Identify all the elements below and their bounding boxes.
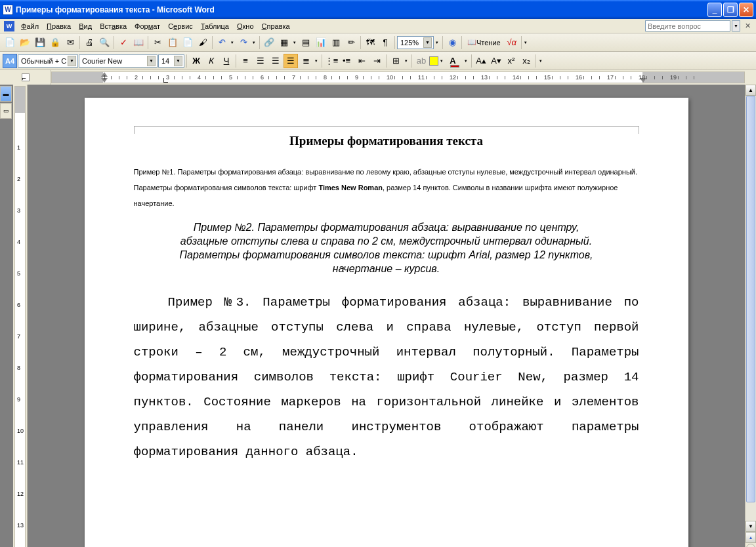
excel-button[interactable]: 📊	[314, 35, 328, 50]
subscript-button[interactable]: x₂	[519, 54, 534, 68]
permissions-button[interactable]: 🔒	[48, 35, 62, 50]
save-button[interactable]: 💾	[33, 35, 47, 50]
tables-dropdown[interactable]: ▾	[291, 40, 297, 45]
paragraph-1: Пример №1. Параметры форматирования абза…	[134, 163, 639, 209]
scroll-down-button[interactable]: ▼	[746, 521, 756, 532]
styles-pane-button[interactable]: A4	[3, 54, 17, 68]
browse-tab-2[interactable]: ▭	[0, 103, 12, 119]
paste-button[interactable]: 📄	[180, 35, 195, 50]
vscroll-track[interactable]	[746, 96, 756, 521]
align-left-button[interactable]: ≡	[238, 54, 253, 68]
bold-button[interactable]: Ж	[189, 54, 203, 68]
grow-font-button[interactable]: A▴	[474, 54, 488, 68]
undo-button[interactable]: ↶	[215, 35, 229, 50]
paragraph-3: Пример №3. Параметры форматирования абза…	[134, 290, 639, 464]
help-search-input[interactable]	[645, 20, 730, 31]
highlight-color	[429, 56, 438, 66]
horizontal-ruler[interactable]: 12345678910111213141516171819	[51, 71, 745, 83]
margin-markers	[134, 126, 639, 134]
italic-button[interactable]: К	[204, 54, 219, 68]
minimize-button[interactable]: _	[707, 3, 722, 17]
word-icon: W	[3, 5, 13, 15]
print-button[interactable]: 🖨	[82, 35, 96, 50]
doc-map-button[interactable]: 🗺	[363, 35, 377, 50]
redo-button[interactable]: ↷	[236, 35, 251, 50]
insert-table-button[interactable]: ▤	[299, 35, 313, 50]
columns-button[interactable]: ▥	[329, 35, 343, 50]
scroll-up-button[interactable]: ▲	[746, 85, 756, 96]
highlight-button[interactable]: ab	[414, 54, 429, 68]
window-title: Примеры форматирования текста - Microsof…	[16, 5, 707, 14]
highlight-dropdown[interactable]: ▾	[438, 58, 444, 64]
toolbar-options[interactable]: ▾	[523, 40, 529, 45]
prev-page-button[interactable]: ▴	[746, 532, 756, 543]
hyperlink-button[interactable]: 🔗	[262, 35, 276, 50]
browse-tab-1[interactable]: ▬	[0, 86, 12, 102]
vertical-ruler[interactable]: 1234567891011121314	[13, 85, 28, 547]
ruler-end	[745, 70, 756, 85]
borders-button[interactable]: ⊞	[388, 54, 403, 68]
spelling-button[interactable]: ✓	[116, 35, 131, 50]
close-button[interactable]: ✕	[739, 3, 753, 17]
line-spacing-button[interactable]: ≣	[299, 54, 313, 68]
underline-button[interactable]: Ч	[219, 54, 234, 68]
research-button[interactable]: 📖	[131, 35, 146, 50]
doc-close-button[interactable]: ✕	[743, 22, 752, 31]
vscroll-thumb[interactable]	[746, 96, 755, 502]
menu-help[interactable]: Справка	[258, 21, 294, 31]
menu-insert[interactable]: Вставка	[96, 21, 131, 31]
menu-edit[interactable]: Правка	[43, 21, 75, 31]
menu-table[interactable]: Таблица	[197, 21, 233, 31]
show-marks-button[interactable]: ¶	[378, 35, 392, 50]
format-painter-button[interactable]: 🖌	[196, 35, 210, 50]
browse-object-button[interactable]: ○	[746, 544, 755, 547]
doc-title: Примеры форматирования текста	[134, 134, 639, 148]
tables-borders-button[interactable]: ▦	[277, 35, 291, 50]
document-page: Примеры форматирования текста Пример №1.…	[85, 98, 688, 547]
numbering-button[interactable]: ⋮≡	[324, 54, 339, 68]
open-button[interactable]: 📂	[18, 35, 32, 50]
zoom-combo[interactable]: 125%▼	[397, 36, 434, 49]
menu-window[interactable]: Окно	[233, 21, 258, 31]
equation-button[interactable]: √α	[505, 35, 519, 50]
font-color-swatch	[450, 65, 459, 68]
size-combo[interactable]: 14▼	[158, 54, 184, 68]
undo-dropdown[interactable]: ▾	[229, 40, 235, 45]
new-doc-button[interactable]: 📄	[3, 35, 17, 50]
redo-dropdown[interactable]: ▾	[251, 40, 257, 45]
borders-dropdown[interactable]: ▾	[403, 58, 409, 64]
page-viewport[interactable]: Примеры форматирования текста Пример №1.…	[28, 85, 745, 547]
preview-button[interactable]: 🔍	[97, 35, 112, 50]
cut-button[interactable]: ✂	[150, 35, 165, 50]
toolbar2-options[interactable]: ▾	[537, 58, 543, 64]
menu-view[interactable]: Вид	[75, 21, 96, 31]
style-combo[interactable]: Обычный + Cou▼	[18, 54, 78, 68]
help-dropdown[interactable]: ▼	[732, 20, 740, 31]
menubar: W Файл Правка Вид Вставка Формат Сервис …	[0, 19, 756, 33]
align-justify-button[interactable]: ☰	[284, 54, 298, 68]
align-center-button[interactable]: ☰	[253, 54, 268, 68]
bullets-button[interactable]: •≡	[339, 54, 354, 68]
spacing-dropdown[interactable]: ▾	[313, 58, 319, 64]
shrink-font-button[interactable]: A▾	[489, 54, 503, 68]
drawing-button[interactable]: ✏	[344, 35, 358, 50]
increase-indent-button[interactable]: ⇥	[369, 54, 384, 68]
tab-selector[interactable]: ⌐	[0, 70, 51, 85]
decrease-indent-button[interactable]: ⇤	[354, 54, 369, 68]
titlebar: W Примеры форматирования текста - Micros…	[0, 0, 756, 19]
maximize-button[interactable]: ❐	[723, 3, 738, 17]
paragraph-2: Пример №2. Параметры форматирования абза…	[169, 221, 604, 275]
align-right-button[interactable]: ☰	[268, 54, 283, 68]
menu-file[interactable]: Файл	[17, 21, 43, 31]
superscript-button[interactable]: x²	[504, 54, 518, 68]
read-mode-button[interactable]: 📖 Чтение	[464, 35, 504, 50]
menu-format[interactable]: Формат	[131, 21, 164, 31]
font-color-dropdown[interactable]: ▾	[463, 58, 469, 64]
menu-tools[interactable]: Сервис	[164, 21, 197, 31]
email-button[interactable]: ✉	[63, 35, 77, 50]
copy-button[interactable]: 📋	[165, 35, 180, 50]
zoom-arrow[interactable]: ▾	[434, 40, 440, 45]
help-button[interactable]: ◉	[445, 35, 459, 50]
font-combo[interactable]: Courier New▼	[79, 54, 158, 68]
word-icon-small: W	[4, 21, 14, 31]
